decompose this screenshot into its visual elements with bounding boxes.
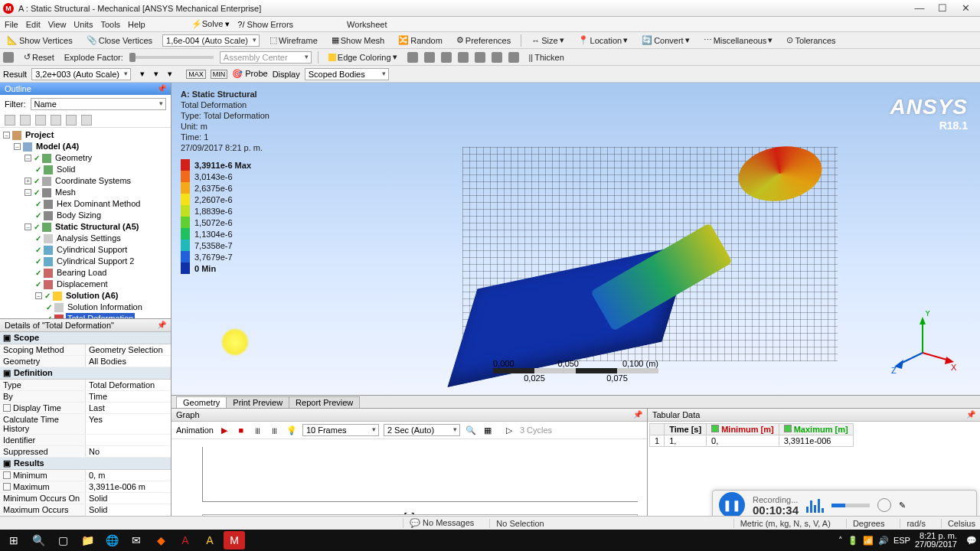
axes-triad[interactable]: Y X Z xyxy=(888,311,957,380)
checkbox[interactable] xyxy=(3,483,11,491)
anim-icon[interactable]: 🔍 xyxy=(465,424,477,436)
frames-dropdown[interactable]: 10 Frames xyxy=(302,424,379,436)
app-icon[interactable]: A xyxy=(199,531,220,549)
volume-slider[interactable] xyxy=(831,504,870,507)
tree-collapse[interactable]: – xyxy=(14,143,21,150)
sec-dropdown[interactable]: 2 Sec (Auto) xyxy=(384,424,460,436)
location-dropdown[interactable]: 📍 Location ▾ xyxy=(574,34,632,47)
v-by[interactable]: Time xyxy=(86,391,171,402)
tab-geometry[interactable]: Geometry xyxy=(176,396,227,408)
convert-dropdown[interactable]: 🔄 Convert ▾ xyxy=(638,34,694,47)
tree-collapse[interactable]: – xyxy=(24,223,31,230)
anim-icon[interactable]: ⫼ xyxy=(252,424,264,436)
show-vertices-button[interactable]: 📐 Show Vertices xyxy=(3,34,77,47)
tab-print-preview[interactable]: Print Preview xyxy=(226,396,289,408)
pin-icon[interactable]: 📌 xyxy=(966,410,975,419)
tree-model[interactable]: Model (A4) xyxy=(34,141,80,152)
edge-icon[interactable] xyxy=(441,52,452,63)
details-definition[interactable]: Definition xyxy=(14,368,53,378)
menu-view[interactable]: View xyxy=(48,20,67,29)
v-display-time[interactable]: Last xyxy=(86,403,171,413)
probe-button[interactable]: 🎯 Probe xyxy=(232,69,267,79)
tree-cyl2[interactable]: Cylindrical Support 2 xyxy=(55,256,136,267)
tree-collapse[interactable]: – xyxy=(35,292,42,299)
v-type[interactable]: Total Deformation xyxy=(86,380,171,390)
menu-tools[interactable]: Tools xyxy=(100,20,120,29)
tree-body-sizing[interactable]: Body Sizing xyxy=(55,210,103,221)
outline-tool-icon[interactable] xyxy=(66,115,77,126)
menu-edit[interactable]: Edit xyxy=(26,20,41,29)
pin-icon[interactable]: 📌 xyxy=(157,84,166,93)
tree-hex[interactable]: Hex Dominant Method xyxy=(55,198,142,210)
show-mesh-button[interactable]: ▦ Show Mesh xyxy=(328,34,388,47)
explode-slider[interactable] xyxy=(129,56,214,59)
random-button[interactable]: 🔀 Random xyxy=(394,34,446,47)
outline-tool-icon[interactable] xyxy=(35,115,46,126)
close-button[interactable]: ✕ xyxy=(954,2,977,14)
viewport-3d[interactable]: A: Static Structural Total Deformation T… xyxy=(172,83,980,395)
edge-icon[interactable] xyxy=(475,52,485,63)
play-button[interactable]: ▶ xyxy=(218,424,230,436)
edge-icon[interactable] xyxy=(492,52,502,63)
checkbox[interactable] xyxy=(3,404,11,412)
checkbox[interactable] xyxy=(3,471,11,479)
app-icon[interactable]: ◆ xyxy=(150,531,172,549)
table-row[interactable]: 1 1, 0, 3,3911e-006 xyxy=(650,435,854,447)
scale-dropdown[interactable]: 1,6e-004 (Auto Scale) xyxy=(162,34,260,47)
tree-expand[interactable]: + xyxy=(24,178,31,184)
outline-tool-icon[interactable] xyxy=(20,115,31,126)
v-calc-hist[interactable]: Yes xyxy=(86,414,171,434)
worksheet-button[interactable]: Worksheet xyxy=(347,20,387,29)
start-button[interactable]: ⊞ xyxy=(3,531,24,549)
app-icon[interactable]: A xyxy=(175,531,196,549)
anim-icon[interactable]: ▦ xyxy=(482,424,494,436)
v-scoping[interactable]: Geometry Selection xyxy=(86,344,171,355)
tree-bearing[interactable]: Bearing Load xyxy=(55,267,108,279)
max-icon[interactable]: MAX xyxy=(186,70,206,79)
tree-analysis-settings[interactable]: Analysis Settings xyxy=(55,233,122,244)
stop-button[interactable]: ■ xyxy=(235,424,247,436)
webcam-icon[interactable] xyxy=(877,498,891,512)
pencil-icon[interactable]: ✎ xyxy=(899,500,906,510)
tree-project[interactable]: Project xyxy=(24,129,55,141)
result-scale-dropdown[interactable]: 3,2e+003 (Auto Scale) xyxy=(31,68,131,80)
edge-coloring-button[interactable]: Edge Coloring ▾ xyxy=(325,51,401,64)
tree-collapse[interactable]: – xyxy=(24,155,31,161)
edge-icon[interactable] xyxy=(407,52,418,63)
app-icon[interactable]: M xyxy=(224,531,245,549)
pause-button[interactable]: ❚❚ xyxy=(719,492,745,518)
show-errors-button[interactable]: ?/ Show Errors xyxy=(237,20,293,29)
pin-icon[interactable]: 📌 xyxy=(633,410,642,419)
wifi-icon[interactable]: 📶 xyxy=(863,536,874,546)
filter-dropdown[interactable]: Name xyxy=(31,98,167,110)
graph-plot[interactable]: [s] xyxy=(172,439,647,525)
status-units[interactable]: Metric (m, kg, N, s, V, A) xyxy=(733,519,831,528)
volume-icon[interactable]: 🔊 xyxy=(878,536,889,546)
explorer-icon[interactable]: 📁 xyxy=(77,531,98,549)
size-dropdown[interactable]: ↔ Size ▾ xyxy=(528,34,567,47)
menu-help[interactable]: Help xyxy=(128,20,145,29)
chrome-icon[interactable]: 🌐 xyxy=(101,531,122,549)
tray-up-icon[interactable]: ˄ xyxy=(838,536,843,546)
scoped-dropdown[interactable]: Scoped Bodies xyxy=(305,68,389,80)
tree-geometry[interactable]: Geometry xyxy=(54,152,93,164)
tab-report-preview[interactable]: Report Preview xyxy=(289,396,360,408)
outline-tool-icon[interactable] xyxy=(5,115,15,126)
tree-coord[interactable]: Coordinate Systems xyxy=(54,175,132,187)
tree-collapse[interactable]: – xyxy=(3,132,10,139)
details-scope[interactable]: Scope xyxy=(14,333,39,343)
anim-icon[interactable]: ▷ xyxy=(503,424,515,436)
menu-units[interactable]: Units xyxy=(74,20,93,29)
toolbar-icon[interactable] xyxy=(3,52,14,63)
details-results[interactable]: Results xyxy=(14,458,44,468)
assembly-center-dropdown[interactable]: Assembly Center xyxy=(220,51,312,64)
tolerances-button[interactable]: ⊙ Tolerances xyxy=(782,34,839,47)
outline-tool-icon[interactable] xyxy=(81,115,92,126)
notifications-icon[interactable]: 💬 xyxy=(966,536,977,546)
minimize-button[interactable]: — xyxy=(908,2,931,14)
edge-icon[interactable] xyxy=(424,52,435,63)
edge-icon[interactable] xyxy=(508,52,519,63)
mail-icon[interactable]: ✉ xyxy=(126,531,147,549)
tree-mesh[interactable]: Mesh xyxy=(54,187,77,198)
close-vertices-button[interactable]: 📎 Close Vertices xyxy=(83,34,156,47)
